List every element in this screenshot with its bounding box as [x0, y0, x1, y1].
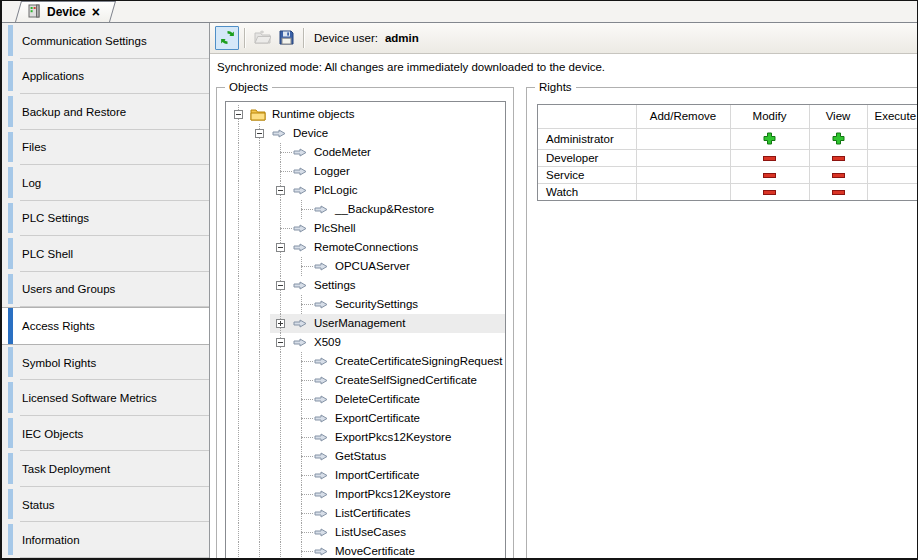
tree-item-settings[interactable]: Settings	[228, 276, 505, 295]
tree-item-exportpkcs12keystore[interactable]: ExportPkcs12Keystore	[228, 428, 505, 447]
collapse-icon[interactable]	[276, 243, 285, 252]
tree-connector-cell	[291, 542, 312, 558]
tree-item-plclogic[interactable]: PlcLogic	[228, 181, 505, 200]
tree-leaf-connector	[301, 361, 313, 362]
tree-item-codemeter[interactable]: CodeMeter	[228, 143, 505, 162]
tree-item-createcertificatesigningrequest[interactable]: CreateCertificateSigningRequest	[228, 352, 505, 371]
tree-item-importpkcs12keystore[interactable]: ImportPkcs12Keystore	[228, 485, 505, 504]
tree-item-deletecertificate[interactable]: DeleteCertificate	[228, 390, 505, 409]
tree-connector-cell	[270, 162, 291, 181]
tree-connector-cell	[270, 314, 291, 333]
tree-item-backup-restore[interactable]: __Backup&Restore	[228, 200, 505, 219]
tree-item-securitysettings[interactable]: SecuritySettings	[228, 295, 505, 314]
rights-cell[interactable]	[730, 149, 809, 166]
sidebar-accent-stripe	[8, 489, 13, 520]
tree-indent-guide	[270, 542, 291, 558]
rights-cell[interactable]	[636, 166, 730, 183]
sidebar-accent-stripe	[8, 347, 13, 378]
tree-indent-guide	[228, 390, 249, 409]
tree-item-getstatus[interactable]: GetStatus	[228, 447, 505, 466]
tab-device[interactable]: Device ×	[18, 1, 113, 22]
rights-cell[interactable]	[636, 128, 730, 149]
arrow-icon	[312, 547, 330, 556]
tree-item-row: ListCertificates	[291, 504, 505, 523]
collapse-icon[interactable]	[234, 110, 243, 119]
tree-item-plcshell[interactable]: PlcShell	[228, 219, 505, 238]
sidebar-item-files[interactable]: Files	[2, 130, 209, 166]
tree-item-label: DeleteCertificate	[333, 390, 422, 409]
collapse-icon[interactable]	[276, 281, 285, 290]
sidebar-item-applications[interactable]: Applications	[2, 59, 209, 95]
tree-item-x509[interactable]: X509	[228, 333, 505, 352]
rights-cell[interactable]	[809, 183, 867, 200]
tree-item-movecertificate[interactable]: MoveCertificate	[228, 542, 505, 558]
collapse-icon[interactable]	[276, 186, 285, 195]
tree-item-listusecases[interactable]: ListUseCases	[228, 523, 505, 542]
sidebar-item-status[interactable]: Status	[2, 487, 209, 523]
rights-cell[interactable]	[809, 149, 867, 166]
sidebar-item-information[interactable]: Information	[2, 522, 209, 558]
deny-minus-icon	[763, 152, 776, 164]
rights-cell[interactable]	[636, 183, 730, 200]
rights-header-row: Add/RemoveModifyViewExecute	[538, 105, 917, 128]
collapse-icon[interactable]	[255, 129, 264, 138]
expand-icon[interactable]	[276, 319, 285, 328]
tree-item-importcertificate[interactable]: ImportCertificate	[228, 466, 505, 485]
tree-item-logger[interactable]: Logger	[228, 162, 505, 181]
tree-item-label: MoveCertificate	[333, 542, 417, 558]
sync-mode-message: Synchronized mode: All changes are immed…	[210, 54, 917, 78]
tree-leaf-connector	[301, 551, 313, 552]
tree-item-createselfsignedcertificate[interactable]: CreateSelfSignedCertificate	[228, 371, 505, 390]
sidebar-item-access-rights[interactable]: Access Rights	[2, 307, 209, 345]
tree-item-row: Settings	[270, 276, 505, 295]
tree-item-usermanagement[interactable]: UserManagement	[228, 314, 505, 333]
sidebar-item-plc-settings[interactable]: PLC Settings	[2, 201, 209, 237]
tree-leaf-connector	[301, 266, 313, 267]
rights-cell[interactable]	[730, 183, 809, 200]
sidebar-item-iec-objects[interactable]: IEC Objects	[2, 416, 209, 452]
sidebar-item-log[interactable]: Log	[2, 165, 209, 201]
rights-cell[interactable]	[867, 128, 917, 149]
sidebar-accent-stripe	[8, 418, 13, 449]
tree-item-label: ListUseCases	[333, 523, 408, 542]
rights-cell[interactable]	[809, 166, 867, 183]
rights-cell[interactable]	[867, 166, 917, 183]
collapse-icon[interactable]	[276, 338, 285, 347]
rights-cell[interactable]	[730, 128, 809, 149]
save-button[interactable]	[274, 26, 298, 50]
tree-item-listcertificates[interactable]: ListCertificates	[228, 504, 505, 523]
tree-indent-guide	[249, 447, 270, 466]
tree-item-row: ImportPkcs12Keystore	[291, 485, 505, 504]
rights-cell[interactable]	[636, 149, 730, 166]
rights-cell[interactable]	[730, 166, 809, 183]
rights-cell[interactable]	[809, 128, 867, 149]
sidebar-item-symbol-rights[interactable]: Symbol Rights	[2, 345, 209, 381]
tree-item-exportcertificate[interactable]: ExportCertificate	[228, 409, 505, 428]
rights-cell[interactable]	[867, 149, 917, 166]
tree-item-row: CreateSelfSignedCertificate	[291, 371, 505, 390]
sidebar-item-plc-shell[interactable]: PLC Shell	[2, 236, 209, 272]
sidebar-item-label: Status	[22, 499, 55, 511]
tree-item-row: __Backup&Restore	[291, 200, 505, 219]
tree-item-row: SecuritySettings	[291, 295, 505, 314]
tree-item-remoteconnections[interactable]: RemoteConnections	[228, 238, 505, 257]
sidebar-item-licensed-software-metrics[interactable]: Licensed Software Metrics	[2, 380, 209, 416]
arrow-icon	[291, 281, 309, 290]
tree-connector-cell	[291, 485, 312, 504]
refresh-button[interactable]	[215, 26, 239, 50]
sidebar-item-label: IEC Objects	[22, 428, 83, 440]
tree-item-row: PlcLogic	[270, 181, 505, 200]
sidebar-item-users-and-groups[interactable]: Users and Groups	[2, 272, 209, 308]
sidebar-item-backup-and-restore[interactable]: Backup and Restore	[2, 94, 209, 130]
close-icon[interactable]: ×	[92, 6, 100, 18]
arrow-icon	[291, 148, 309, 157]
tree-item-row: ImportCertificate	[291, 466, 505, 485]
rights-cell[interactable]	[867, 183, 917, 200]
sidebar-item-task-deployment[interactable]: Task Deployment	[2, 451, 209, 487]
sidebar-item-communication-settings[interactable]: Communication Settings	[2, 23, 209, 59]
tree-item-runtime-objects[interactable]: Runtime objects	[228, 105, 505, 124]
tree-indent-guide	[249, 466, 270, 485]
arrow-icon	[312, 471, 330, 480]
tree-item-opcuaserver[interactable]: OPCUAServer	[228, 257, 505, 276]
tree-item-device[interactable]: Device	[228, 124, 505, 143]
